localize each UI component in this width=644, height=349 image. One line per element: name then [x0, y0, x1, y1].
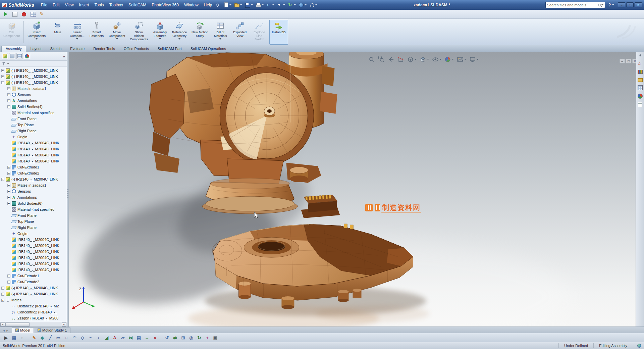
- apply-scene-button[interactable]: [457, 56, 466, 63]
- help-button[interactable]: [608, 3, 614, 7]
- smart-dimension-tool[interactable]: ◆: [39, 334, 46, 341]
- tree-expander[interactable]: [7, 190, 10, 193]
- arc-tool[interactable]: ◠: [71, 334, 78, 341]
- hide-show-items-button[interactable]: [432, 56, 441, 63]
- tree-item[interactable]: Material <not specified: [0, 110, 67, 116]
- maximize-button[interactable]: [626, 2, 634, 7]
- scroll-left-button[interactable]: [0, 322, 5, 327]
- menu-item[interactable]: Toolbox: [107, 1, 126, 9]
- tree-item[interactable]: Right Plane: [0, 225, 67, 231]
- ribbon-tab[interactable]: Render Tools: [89, 46, 119, 52]
- flyout-chevron-icon[interactable]: [76, 38, 78, 40]
- featuremanager-tree-tab[interactable]: [2, 53, 8, 59]
- tree-item[interactable]: (-) IRB140_-_M2004C_LINK: [0, 73, 67, 80]
- tree-item[interactable]: Annotations: [0, 194, 67, 200]
- tab-scroll-right-icon[interactable]: ▸: [6, 329, 9, 333]
- tree-item[interactable]: (-) IRB140_-_M2004C_LINK: [0, 67, 67, 73]
- tree-item[interactable]: Front Plane: [0, 116, 67, 122]
- document-tab[interactable]: Motion Study 1: [34, 328, 70, 333]
- tree-expander[interactable]: [7, 87, 10, 90]
- ribbon-tab[interactable]: Layout: [26, 46, 46, 52]
- minimize-button[interactable]: [618, 2, 625, 7]
- menu-item[interactable]: Insert: [76, 1, 92, 9]
- displaymanager-tab[interactable]: [24, 53, 30, 59]
- close-button[interactable]: [635, 2, 642, 7]
- select-tool[interactable]: ▶: [3, 334, 9, 341]
- search-icon[interactable]: [598, 4, 601, 6]
- ribbon-tab[interactable]: Evaluate: [66, 46, 89, 52]
- ribbon-tab[interactable]: Office Products: [119, 46, 153, 52]
- smart-fasteners-button[interactable]: Smart Fasteners: [87, 20, 106, 45]
- tree-expander[interactable]: [7, 93, 10, 96]
- tree-item[interactable]: (-) IRB140_-_M2004C_LINK: [0, 291, 67, 297]
- edit-appearance-button[interactable]: [444, 56, 454, 63]
- appearances-scenes-icon[interactable]: [638, 94, 643, 99]
- scrollbar-thumb[interactable]: [5, 322, 30, 327]
- design-library-icon[interactable]: [638, 70, 643, 74]
- tree-item[interactable]: Sensors: [0, 188, 67, 194]
- tree-expander[interactable]: [1, 178, 4, 181]
- tab-scroll-left-icon[interactable]: ◂: [2, 329, 6, 333]
- doc-close-button[interactable]: [632, 59, 636, 63]
- rotate-entities-tool[interactable]: ↻: [196, 334, 203, 341]
- plane-tool[interactable]: ▱: [119, 334, 126, 341]
- instant3d-button[interactable]: Instant3D: [269, 20, 288, 45]
- undo-sketch-tool[interactable]: ↺: [164, 334, 170, 341]
- tree-item[interactable]: Mates in zadaca1: [0, 182, 67, 188]
- menu-item[interactable]: Help: [201, 1, 215, 9]
- move-entities-tool[interactable]: ↔: [144, 334, 150, 341]
- tree-item[interactable]: Cut-Extrude2: [0, 170, 67, 176]
- record-macro-icon[interactable]: [21, 11, 27, 17]
- open-button[interactable]: [233, 1, 243, 9]
- quick-snaps-tool[interactable]: +: [204, 334, 211, 341]
- tree-expander[interactable]: [7, 281, 10, 284]
- tree-item[interactable]: Cut-Extrude2: [0, 279, 67, 285]
- doc-minimize-button[interactable]: [620, 59, 625, 63]
- mirror-entities-tool[interactable]: ⋈: [127, 334, 134, 341]
- tree-item[interactable]: Solid Bodies(6): [0, 200, 67, 206]
- propertymanager-tab[interactable]: [9, 53, 15, 59]
- tree-item[interactable]: Material <not specified: [0, 206, 67, 212]
- menu-item[interactable]: PhotoView 360: [149, 1, 181, 9]
- tree-item[interactable]: Cut-Extrude1: [0, 273, 67, 279]
- search-box[interactable]: [545, 2, 605, 8]
- tree-item[interactable]: Front Plane: [0, 212, 67, 218]
- exchange-tool[interactable]: ⇄: [172, 334, 178, 341]
- new-motion-study-button[interactable]: New Motion Study: [190, 20, 210, 45]
- convert-entities-tool[interactable]: ⊞: [180, 334, 186, 341]
- tree-expander[interactable]: [1, 287, 4, 290]
- tree-item[interactable]: IRB140_-_M2004C_LINK: [0, 267, 67, 273]
- tree-expander[interactable]: [1, 81, 4, 84]
- document-tab[interactable]: Model: [12, 328, 34, 333]
- offset-entities-tool[interactable]: ◎: [188, 334, 195, 341]
- menu-item[interactable]: SolidCAM: [126, 1, 149, 9]
- tree-item[interactable]: IRB140_-_M2004C_LINK: [0, 249, 67, 255]
- move-component-button[interactable]: Move Component: [107, 20, 127, 45]
- tree-expander[interactable]: [1, 293, 4, 296]
- tree-expander[interactable]: [7, 202, 10, 205]
- search-chevron-icon[interactable]: [601, 4, 603, 5]
- tree-item[interactable]: IRB140_-_M2004C_LINK: [0, 146, 67, 152]
- tree-item[interactable]: IRB140_-_M2004C_LINK: [0, 152, 67, 158]
- flyout-chevron-icon[interactable]: [159, 38, 161, 40]
- exploded-view-button[interactable]: Exploded View: [230, 20, 249, 45]
- reference-geometry-button[interactable]: Reference Geometry: [170, 20, 189, 45]
- bill-of-materials-button[interactable]: Bill of Materials: [211, 20, 230, 45]
- solidworks-resources-icon[interactable]: [638, 61, 643, 66]
- tree-expander[interactable]: [7, 99, 10, 102]
- pin-menu-icon[interactable]: [216, 3, 219, 7]
- ribbon-tab[interactable]: SolidCAM Part: [153, 46, 186, 52]
- design-table-icon[interactable]: [30, 11, 36, 17]
- tree-item[interactable]: IRB140_-_M2004C_LINK: [0, 140, 67, 146]
- view-palette-icon[interactable]: [638, 85, 643, 90]
- tree-item[interactable]: Top Plane: [0, 122, 67, 128]
- text-tool[interactable]: A: [111, 334, 118, 341]
- menu-item[interactable]: Window: [181, 1, 201, 9]
- rectangle-tool[interactable]: ▭: [55, 334, 62, 341]
- tree-item[interactable]: Mates in zadaca1: [0, 86, 67, 92]
- custom-properties-icon[interactable]: [638, 102, 642, 107]
- tree-item[interactable]: Sensors: [0, 92, 67, 98]
- graphics-viewport[interactable]: 制造资料网 Z: [69, 52, 636, 327]
- edit-component-button[interactable]: Edit Component: [1, 20, 22, 45]
- mate-button[interactable]: Mate: [48, 20, 67, 45]
